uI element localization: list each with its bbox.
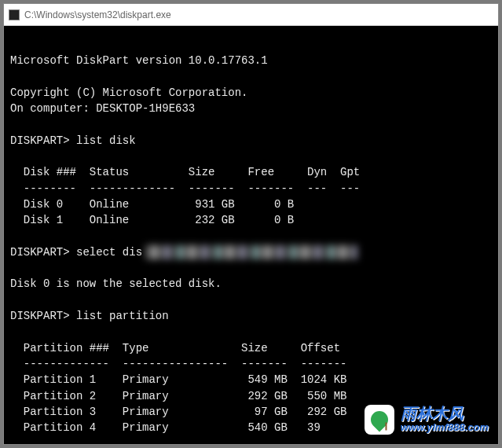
watermark-text: 雨林木风 www.ylmf888.com xyxy=(401,406,489,434)
partition-table-header: Partition ### Type Size Offset xyxy=(10,342,340,354)
titlebar[interactable]: C:\Windows\system32\diskpart.exe xyxy=(4,4,498,26)
cmd-select-disk: select dis xyxy=(76,246,142,259)
terminal-output[interactable]: Microsoft DiskPart version 10.0.17763.1 … xyxy=(4,26,498,444)
partition-row: Partition 3 Primary 97 GB 292 GB xyxy=(10,406,346,418)
disk-row: Disk 1 Online 232 GB 0 B xyxy=(10,214,294,226)
watermark-badge xyxy=(365,405,394,435)
partition-row: Partition 1 Primary 549 MB 1024 KB xyxy=(10,373,346,386)
disk-row: Disk 0 Online 931 GB 0 B xyxy=(10,198,294,211)
censored-region xyxy=(145,245,357,259)
window-title: C:\Windows\system32\diskpart.exe xyxy=(24,9,171,20)
copyright-text: Copyright (C) Microsoft Corporation. xyxy=(10,86,247,99)
app-icon xyxy=(9,9,20,20)
watermark: 雨林木风 www.ylmf888.com xyxy=(361,402,492,438)
cmd-list-disk: list disk xyxy=(76,134,136,147)
prompt: DISKPART> xyxy=(10,246,70,259)
computer-text: On computer: DESKTOP-1H9E633 xyxy=(10,102,195,115)
window-frame: C:\Windows\system32\diskpart.exe Microso… xyxy=(3,3,499,445)
selected-msg: Disk 0 is now the selected disk. xyxy=(10,277,222,290)
disk-table-sep: -------- ------------- ------- ------- -… xyxy=(10,182,360,195)
version-text: Microsoft DiskPart version 10.0.17763.1 xyxy=(10,54,268,67)
cmd-list-partition: list partition xyxy=(76,310,169,322)
partition-table-sep: ------------- ---------------- ------- -… xyxy=(10,358,346,370)
watermark-cn: 雨林木风 xyxy=(401,406,489,421)
watermark-url: www.ylmf888.com xyxy=(401,421,489,434)
partition-row: Partition 4 Primary 540 GB 39 xyxy=(10,421,321,434)
leaf-icon xyxy=(367,407,391,431)
partition-row: Partition 2 Primary 292 GB 550 MB xyxy=(10,390,346,402)
disk-table-header: Disk ### Status Size Free Dyn Gpt xyxy=(10,166,360,178)
prompt: DISKPART> xyxy=(10,134,70,147)
prompt: DISKPART> xyxy=(10,310,70,322)
